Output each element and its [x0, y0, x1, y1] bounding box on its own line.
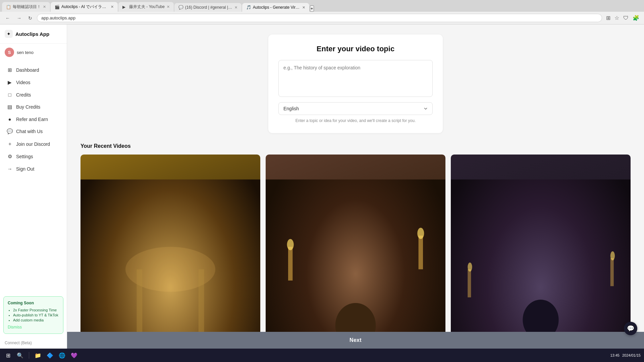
taskbar-date: 2024/01/15: [622, 353, 641, 357]
refer-earn-icon: ●: [7, 116, 13, 122]
taskbar-search[interactable]: 🔍: [15, 351, 25, 360]
extensions-icon[interactable]: 🧩: [631, 14, 641, 22]
chat-widget-icon: 💬: [627, 325, 634, 332]
videos-grid: ▶ 🔊 ⛶ ⋮: [80, 155, 631, 332]
tab-1-title: 毎朝確認項目！: [13, 4, 41, 10]
forward-button[interactable]: →: [15, 14, 23, 22]
video-card-3[interactable]: ▶ 🔊 ⛶ ⋮: [451, 155, 631, 332]
main-area: Enter your video topic English Japanese …: [67, 24, 644, 349]
video-thumbnail-1: [80, 155, 260, 332]
sidebar-item-signout-label: Sign Out: [16, 166, 34, 172]
sidebar: ✦ Autoclips App S sen teno ⊞ Dashboard ▶…: [0, 24, 67, 349]
video-card-2[interactable]: ▶ 🔊 ⛶ ⋮: [266, 155, 445, 332]
svg-point-17: [610, 251, 615, 260]
url-text: app.autoclips.app: [41, 15, 75, 20]
sidebar-item-videos[interactable]: ▶ Videos: [2, 76, 65, 88]
app: ✦ Autoclips App S sen teno ⊞ Dashboard ▶…: [0, 24, 644, 349]
coming-soon-item-2: Auto-publish to YT & TikTok: [13, 313, 59, 317]
tab-2-favicon: 🎬: [55, 5, 59, 9]
credits-icon: □: [7, 92, 13, 98]
taskbar-separator-1: [29, 352, 29, 359]
bookmark-icon[interactable]: ☆: [613, 14, 621, 22]
url-box[interactable]: app.autoclips.app: [37, 14, 602, 22]
sidebar-item-buy-credits[interactable]: ▤ Buy Credits: [2, 101, 65, 113]
tab-bar: 📋 毎朝確認項目！ ✕ 🎬 Autoclips - AI でバイラルショートを.…: [0, 0, 644, 12]
svg-point-15: [468, 262, 472, 272]
sidebar-item-discord[interactable]: ＋ Join our Discord: [2, 138, 65, 150]
taskbar-chrome[interactable]: 🌐: [57, 351, 67, 360]
sidebar-item-discord-label: Join our Discord: [16, 141, 50, 147]
language-select[interactable]: English Japanese Spanish French: [278, 102, 433, 115]
buy-credits-icon: ▤: [7, 104, 13, 110]
videos-icon: ▶: [7, 79, 13, 85]
tab-1-close[interactable]: ✕: [43, 5, 46, 9]
video-thumbnail-3: [451, 155, 631, 332]
tab-4-close[interactable]: ✕: [234, 5, 237, 10]
sidebar-item-refer-earn[interactable]: ● Refer and Earn: [2, 113, 65, 125]
nav-items: ⊞ Dashboard ▶ Videos □ Credits ▤ Buy Cre…: [0, 61, 67, 293]
coming-soon-list: 2x Faster Processing Time Auto-publish t…: [8, 308, 59, 322]
next-bar: Next: [67, 332, 644, 349]
tab-5-favicon: 🎵: [246, 5, 251, 10]
tab-1[interactable]: 📋 毎朝確認項目！ ✕: [2, 2, 50, 12]
taskbar-time: 13:45: [610, 353, 620, 357]
tab-3-favicon: ▶: [122, 5, 127, 9]
taskbar-vscode[interactable]: 🔷: [45, 351, 55, 360]
shield-icon[interactable]: 🛡: [622, 14, 630, 22]
coming-soon-box: Coming Soon 2x Faster Processing Time Au…: [3, 296, 63, 334]
svg-rect-7: [288, 247, 292, 281]
tab-2-close[interactable]: ✕: [111, 5, 114, 9]
new-tab-button[interactable]: +: [310, 5, 314, 12]
content-card: Enter your video topic English Japanese …: [268, 35, 443, 133]
coming-soon-item-1: 2x Faster Processing Time: [13, 308, 59, 312]
topic-textarea[interactable]: [278, 60, 433, 97]
video-card-1[interactable]: ▶ 🔊 ⛶ ⋮: [80, 155, 260, 332]
svg-rect-3: [199, 269, 204, 332]
tab-3-close[interactable]: ✕: [167, 5, 170, 9]
chat-icon: 💬: [7, 128, 13, 134]
tab-5-title: Autoclips - Generate Viral TikTok ...: [253, 5, 300, 10]
recent-videos-title: Your Recent Videos: [80, 143, 631, 149]
sidebar-item-dashboard[interactable]: ⊞ Dashboard: [2, 64, 65, 76]
taskbar-start[interactable]: ⊞: [3, 351, 13, 360]
reload-button[interactable]: ↻: [26, 14, 34, 22]
sidebar-item-dashboard-label: Dashboard: [16, 67, 39, 73]
sidebar-item-credits-label: Credits: [16, 92, 31, 98]
dashboard-icon: ⊞: [7, 67, 13, 73]
sidebar-item-chat[interactable]: 💬 Chat with Us: [2, 125, 65, 137]
main-content: Enter your video topic English Japanese …: [67, 24, 644, 332]
sidebar-item-signout[interactable]: → Sign Out: [2, 163, 65, 175]
settings-icon: ⚙: [7, 154, 13, 160]
tab-1-favicon: 📋: [6, 5, 11, 9]
svg-point-8: [287, 239, 294, 250]
tab-4[interactable]: 💬 (16) Discord | #general | Autoc... ✕: [174, 3, 241, 12]
sidebar-item-settings[interactable]: ⚙ Settings: [2, 150, 65, 163]
chat-widget[interactable]: 💬: [624, 322, 637, 335]
svg-point-10: [417, 228, 424, 239]
back-button[interactable]: ←: [3, 14, 12, 22]
address-bar: ← → ↻ app.autoclips.app ⊞ ☆ 🛡 🧩: [0, 12, 644, 24]
helper-text: Enter a topic or idea for your video, an…: [278, 118, 433, 123]
tab-3[interactable]: ▶ 藤井丈夫 - YouTube ✕: [118, 2, 174, 12]
tab-4-title: (16) Discord | #general | Autoc...: [185, 5, 232, 10]
taskbar-right: 13:45 2024/01/15: [610, 353, 641, 357]
tab-2[interactable]: 🎬 Autoclips - AI でバイラルショートを... ✕: [51, 2, 118, 12]
translate-icon[interactable]: ⊞: [605, 14, 612, 22]
browser-chrome: 📋 毎朝確認項目！ ✕ 🎬 Autoclips - AI でバイラルショートを.…: [0, 0, 644, 24]
connect-beta: Connect (Beta): [0, 337, 67, 349]
taskbar-file-explorer[interactable]: 📁: [33, 351, 43, 360]
sidebar-item-credits[interactable]: □ Credits: [2, 89, 65, 101]
taskbar-discord[interactable]: 💜: [69, 351, 79, 360]
svg-rect-14: [468, 269, 471, 297]
signout-icon: →: [7, 166, 13, 172]
svg-rect-2: [137, 269, 143, 332]
username: sen teno: [17, 50, 34, 55]
tab-2-title: Autoclips - AI でバイラルショートを...: [61, 4, 109, 10]
dismiss-button[interactable]: Dismiss: [8, 325, 22, 329]
page-title: Enter your video topic: [278, 45, 433, 53]
next-button[interactable]: Next: [67, 332, 644, 349]
tab-5-close[interactable]: ✕: [302, 5, 305, 10]
video-thumbnail-2: [266, 155, 445, 332]
browser-icons: ⊞ ☆ 🛡 🧩: [605, 14, 641, 22]
tab-5[interactable]: 🎵 Autoclips - Generate Viral TikTok ... …: [242, 3, 309, 12]
